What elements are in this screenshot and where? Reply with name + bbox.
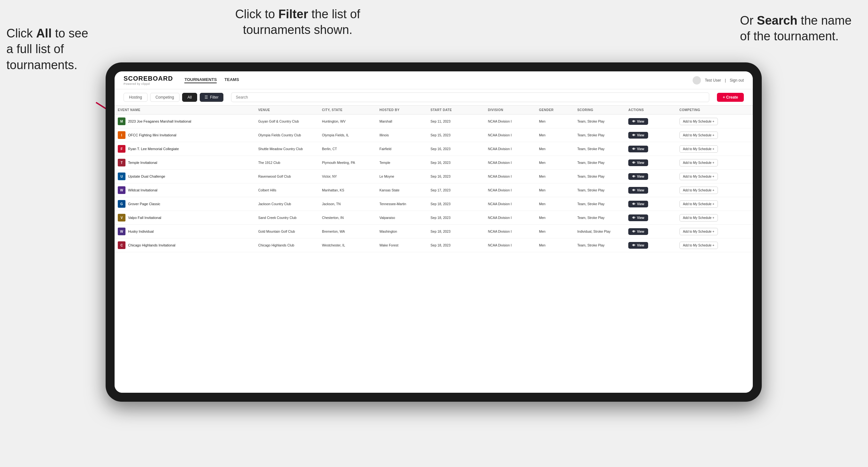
app-header: SCOREBOARD Powered by clippd TOURNAMENTS… [115, 71, 753, 89]
toolbar: Hosting Competing All ☰ Filter + Create [115, 89, 753, 105]
cell-date-7: Sep 18, 2023 [427, 211, 485, 225]
team-logo-4: U [118, 173, 125, 180]
eye-icon-8: 👁 [632, 230, 635, 234]
cell-event-6: G Grover Page Classic [115, 197, 255, 211]
cell-venue-6: Jackson Country Club [255, 197, 319, 211]
table-row: W Husky Individual Gold Mountain Golf Cl… [115, 225, 753, 239]
cell-scoring-4: Team, Stroke Play [574, 169, 625, 183]
nav-teams[interactable]: TEAMS [224, 77, 239, 83]
view-button-4[interactable]: 👁 View [628, 173, 648, 180]
add-schedule-button-0[interactable]: Add to My Schedule + [680, 118, 718, 125]
cell-competing-4: Add to My Schedule + [676, 169, 753, 183]
cell-competing-9: Add to My Schedule + [676, 239, 753, 252]
cell-venue-3: The 1912 Club [255, 156, 319, 169]
cell-gender-7: Men [536, 211, 574, 225]
view-button-3[interactable]: 👁 View [628, 159, 648, 166]
tab-competing[interactable]: Competing [150, 93, 180, 102]
cell-scoring-3: Team, Stroke Play [574, 156, 625, 169]
search-input[interactable] [231, 93, 710, 102]
eye-icon-6: 👁 [632, 202, 635, 206]
nav-tournaments[interactable]: TOURNAMENTS [184, 77, 217, 83]
eye-icon-4: 👁 [632, 175, 635, 178]
table-row: V Valpo Fall Invitational Sand Creek Cou… [115, 211, 753, 225]
team-logo-6: G [118, 200, 125, 208]
view-button-2[interactable]: 👁 View [628, 146, 648, 152]
tournaments-table: EVENT NAME VENUE CITY, STATE HOSTED BY S… [115, 105, 753, 252]
cell-scoring-9: Team, Stroke Play [574, 239, 625, 252]
cell-gender-5: Men [536, 183, 574, 197]
view-button-6[interactable]: 👁 View [628, 201, 648, 208]
col-header-scoring: SCORING [574, 105, 625, 115]
add-schedule-button-1[interactable]: Add to My Schedule + [680, 131, 718, 139]
cell-event-8: W Husky Individual [115, 225, 255, 239]
cell-date-4: Sep 16, 2023 [427, 169, 485, 183]
view-button-7[interactable]: 👁 View [628, 214, 648, 221]
cell-hosted-2: Fairfield [376, 142, 428, 156]
cell-division-5: NCAA Division I [485, 183, 536, 197]
filter-label: Filter [210, 95, 219, 99]
cell-city-1: Olympia Fields, IL [319, 128, 376, 142]
filter-button[interactable]: ☰ Filter [200, 93, 223, 102]
add-schedule-button-9[interactable]: Add to My Schedule + [680, 242, 718, 249]
cell-city-9: Westchester, IL [319, 239, 376, 252]
event-name-7: Valpo Fall Invitational [128, 216, 161, 220]
view-button-9[interactable]: 👁 View [628, 242, 648, 249]
cell-gender-4: Men [536, 169, 574, 183]
add-schedule-button-7[interactable]: Add to My Schedule + [680, 214, 718, 221]
view-button-0[interactable]: 👁 View [628, 118, 648, 125]
table-row: G Grover Page Classic Jackson Country Cl… [115, 197, 753, 211]
nav-links: TOURNAMENTS TEAMS [184, 77, 692, 83]
col-header-gender: GENDER [536, 105, 574, 115]
cell-hosted-8: Washington [376, 225, 428, 239]
cell-actions-5: 👁 View [625, 183, 676, 197]
cell-scoring-1: Team, Stroke Play [574, 128, 625, 142]
cell-venue-8: Gold Mountain Golf Club [255, 225, 319, 239]
col-header-hosted: HOSTED BY [376, 105, 428, 115]
tab-hosting[interactable]: Hosting [124, 93, 148, 102]
cell-city-0: Huntington, WV [319, 115, 376, 128]
cell-actions-1: 👁 View [625, 128, 676, 142]
event-name-3: Temple Invitational [128, 161, 157, 164]
cell-actions-0: 👁 View [625, 115, 676, 128]
eye-icon-3: 👁 [632, 161, 635, 164]
add-schedule-button-5[interactable]: Add to My Schedule + [680, 187, 718, 194]
col-header-competing: COMPETING [676, 105, 753, 115]
add-schedule-button-2[interactable]: Add to My Schedule + [680, 145, 718, 153]
table-row: T Temple Invitational The 1912 Club Plym… [115, 156, 753, 169]
team-logo-1: I [118, 131, 125, 139]
cell-actions-2: 👁 View [625, 142, 676, 156]
add-schedule-button-6[interactable]: Add to My Schedule + [680, 200, 718, 208]
view-button-1[interactable]: 👁 View [628, 132, 648, 138]
add-schedule-button-8[interactable]: Add to My Schedule + [680, 228, 718, 235]
view-button-5[interactable]: 👁 View [628, 187, 648, 194]
header-right: Test User | Sign out [692, 76, 744, 85]
event-name-5: Wildcat Invitational [128, 188, 157, 192]
cell-event-9: C Chicago Highlands Invitational [115, 239, 255, 252]
cell-division-1: NCAA Division I [485, 128, 536, 142]
eye-icon-2: 👁 [632, 147, 635, 151]
table-row: M 2023 Joe Feaganes Marshall Invitationa… [115, 115, 753, 128]
view-button-8[interactable]: 👁 View [628, 228, 648, 235]
cell-venue-0: Guyan Golf & Country Club [255, 115, 319, 128]
cell-gender-6: Men [536, 197, 574, 211]
cell-date-6: Sep 18, 2023 [427, 197, 485, 211]
cell-gender-8: Men [536, 225, 574, 239]
col-header-division: DIVISION [485, 105, 536, 115]
cell-event-1: I OFCC Fighting Illini Invitational [115, 128, 255, 142]
tablet-screen: SCOREBOARD Powered by clippd TOURNAMENTS… [115, 71, 753, 393]
annotation-topright: Or Search the name of the tournament. [740, 13, 862, 44]
signout-link[interactable]: Sign out [730, 78, 744, 83]
event-name-6: Grover Page Classic [128, 202, 160, 206]
add-schedule-button-3[interactable]: Add to My Schedule + [680, 159, 718, 166]
cell-venue-1: Olympia Fields Country Club [255, 128, 319, 142]
cell-city-3: Plymouth Meeting, PA [319, 156, 376, 169]
table-row: C Chicago Highlands Invitational Chicago… [115, 239, 753, 252]
cell-gender-2: Men [536, 142, 574, 156]
tab-all[interactable]: All [182, 93, 197, 102]
cell-actions-7: 👁 View [625, 211, 676, 225]
team-logo-0: M [118, 118, 125, 125]
create-button[interactable]: + Create [717, 93, 744, 102]
cell-venue-4: Ravenwood Golf Club [255, 169, 319, 183]
add-schedule-button-4[interactable]: Add to My Schedule + [680, 173, 718, 180]
filter-icon: ☰ [205, 95, 208, 99]
